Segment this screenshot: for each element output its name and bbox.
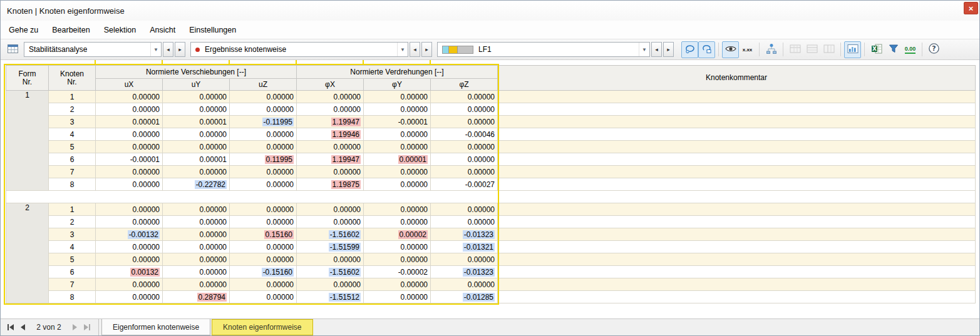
form-number-cell[interactable]: 2 bbox=[6, 203, 49, 303]
value-cell[interactable]: 0.00000 bbox=[96, 166, 163, 178]
node-number-cell[interactable]: 1 bbox=[49, 203, 96, 216]
node-number-cell[interactable]: 6 bbox=[49, 153, 96, 166]
menu-gehe-zu[interactable]: Gehe zu bbox=[2, 23, 45, 38]
value-cell[interactable]: 0.00000 bbox=[364, 178, 431, 191]
table-view-1-button[interactable] bbox=[787, 41, 803, 58]
value-cell[interactable]: 0.00000 bbox=[96, 141, 163, 153]
value-cell[interactable]: 1.19875 bbox=[297, 178, 364, 191]
value-cell[interactable]: 0.00000 bbox=[230, 91, 297, 103]
close-button[interactable]: × bbox=[964, 2, 978, 14]
value-cell[interactable]: 0.00000 bbox=[96, 253, 163, 266]
value-cell[interactable]: 0.00000 bbox=[230, 278, 297, 291]
value-cell[interactable]: 0.00000 bbox=[364, 253, 431, 266]
value-cell[interactable]: 0.00000 bbox=[364, 241, 431, 253]
value-cell[interactable]: -1.51602 bbox=[297, 266, 364, 278]
comment-cell[interactable] bbox=[498, 166, 976, 178]
value-cell[interactable]: 0.00002 bbox=[364, 228, 431, 241]
comment-cell[interactable] bbox=[498, 128, 976, 141]
value-cell[interactable]: 0.00001 bbox=[96, 116, 163, 128]
tab-eigenformen-knotenweise[interactable]: Eigenformen knotenweise bbox=[101, 319, 210, 335]
value-cell[interactable]: -0.15160 bbox=[230, 266, 297, 278]
node-number-cell[interactable]: 7 bbox=[49, 278, 96, 291]
value-cell[interactable]: 0.00000 bbox=[96, 291, 163, 303]
value-cell[interactable]: 0.00000 bbox=[96, 203, 163, 216]
node-number-cell[interactable]: 2 bbox=[49, 216, 96, 228]
value-cell[interactable]: 0.00000 bbox=[364, 141, 431, 153]
result-diagram-button[interactable] bbox=[763, 41, 780, 58]
value-cell[interactable]: -0.00001 bbox=[96, 153, 163, 166]
comment-cell[interactable] bbox=[498, 91, 976, 103]
value-cell[interactable]: -0.01323 bbox=[431, 266, 498, 278]
show-chart-panel-button[interactable] bbox=[844, 41, 861, 58]
table-view-2-button[interactable] bbox=[803, 41, 820, 58]
previous-page-button[interactable] bbox=[17, 322, 29, 333]
node-number-cell[interactable]: 8 bbox=[49, 178, 96, 191]
value-cell[interactable]: 0.00000 bbox=[230, 166, 297, 178]
node-number-cell[interactable]: 5 bbox=[49, 141, 96, 153]
value-cell[interactable]: 0.00000 bbox=[96, 216, 163, 228]
value-cell[interactable]: 0.00000 bbox=[431, 203, 498, 216]
value-cell[interactable]: 0.00000 bbox=[230, 103, 297, 116]
comment-cell[interactable] bbox=[498, 216, 976, 228]
value-cell[interactable]: 0.00000 bbox=[230, 141, 297, 153]
form-number-cell[interactable]: 1 bbox=[6, 91, 49, 191]
value-cell[interactable]: 0.28794 bbox=[163, 291, 230, 303]
node-number-cell[interactable]: 6 bbox=[49, 266, 96, 278]
value-cell[interactable]: 0.00000 bbox=[364, 291, 431, 303]
next-page-button[interactable] bbox=[68, 322, 81, 333]
value-cell[interactable]: 0.00000 bbox=[230, 241, 297, 253]
loadcase-next-button[interactable]: ▸ bbox=[663, 42, 674, 57]
value-cell[interactable]: 0.00000 bbox=[163, 128, 230, 141]
value-cell[interactable]: 0.00000 bbox=[96, 91, 163, 103]
value-cell[interactable]: 0.00000 bbox=[163, 166, 230, 178]
value-cell[interactable]: -0.01323 bbox=[431, 228, 498, 241]
value-cell[interactable]: 0.00000 bbox=[431, 278, 498, 291]
value-cell[interactable]: 0.00000 bbox=[297, 141, 364, 153]
value-cell[interactable]: 0.00000 bbox=[230, 216, 297, 228]
value-cell[interactable]: -0.22782 bbox=[163, 178, 230, 191]
node-number-cell[interactable]: 4 bbox=[49, 241, 96, 253]
value-cell[interactable]: 0.00000 bbox=[431, 216, 498, 228]
value-cell[interactable]: 0.00000 bbox=[230, 128, 297, 141]
value-cell[interactable]: 0.00000 bbox=[364, 203, 431, 216]
value-cell[interactable]: 0.00000 bbox=[297, 91, 364, 103]
results-next-button[interactable]: ▸ bbox=[421, 42, 432, 57]
value-cell[interactable]: 0.00000 bbox=[230, 291, 297, 303]
value-cell[interactable]: 0.00000 bbox=[163, 203, 230, 216]
value-cell[interactable]: 0.00000 bbox=[297, 103, 364, 116]
value-cell[interactable]: 0.00000 bbox=[364, 166, 431, 178]
menu-einstellungen[interactable]: Einstellungen bbox=[182, 23, 243, 38]
value-cell[interactable]: -1.51512 bbox=[297, 291, 364, 303]
value-cell[interactable]: 0.00000 bbox=[163, 228, 230, 241]
value-cell[interactable]: 0.00000 bbox=[230, 203, 297, 216]
value-cell[interactable]: -1.51602 bbox=[297, 228, 364, 241]
value-cell[interactable]: 0.00000 bbox=[96, 241, 163, 253]
value-cell[interactable]: 0.00000 bbox=[431, 91, 498, 103]
value-cell[interactable]: 0.00000 bbox=[431, 253, 498, 266]
value-cell[interactable]: 0.00000 bbox=[163, 241, 230, 253]
value-cell[interactable]: -0.11995 bbox=[230, 116, 297, 128]
value-cell[interactable]: 0.00000 bbox=[230, 253, 297, 266]
node-number-cell[interactable]: 7 bbox=[49, 166, 96, 178]
tab-knoten-eigenformweise[interactable]: Knoten eigenformweise bbox=[212, 319, 312, 335]
value-cell[interactable]: 0.00132 bbox=[96, 266, 163, 278]
last-page-button[interactable] bbox=[81, 322, 93, 333]
value-cell[interactable]: 0.00000 bbox=[163, 278, 230, 291]
value-cell[interactable]: 0.00001 bbox=[163, 116, 230, 128]
value-cell[interactable]: 0.00000 bbox=[163, 141, 230, 153]
filter-button[interactable] bbox=[885, 41, 902, 58]
results-table-select[interactable]: Ergebnisse knotenweise ▼ bbox=[190, 42, 408, 57]
loadcase-select[interactable]: LF1 ▼ bbox=[437, 42, 650, 57]
value-cell[interactable]: 0.00000 bbox=[163, 266, 230, 278]
value-cell[interactable]: 0.00000 bbox=[163, 91, 230, 103]
menu-selektion[interactable]: Selektion bbox=[97, 23, 143, 38]
node-number-cell[interactable]: 5 bbox=[49, 253, 96, 266]
comment-cell[interactable] bbox=[498, 291, 976, 303]
value-cell[interactable]: 0.15160 bbox=[230, 228, 297, 241]
node-number-cell[interactable]: 3 bbox=[49, 228, 96, 241]
value-cell[interactable]: 0.00000 bbox=[297, 278, 364, 291]
comment-cell[interactable] bbox=[498, 153, 976, 166]
analysis-type-select[interactable]: Stabilitätsanalyse ▼ bbox=[24, 42, 162, 57]
comment-cell[interactable] bbox=[498, 116, 976, 128]
comment-cell[interactable] bbox=[498, 228, 976, 241]
